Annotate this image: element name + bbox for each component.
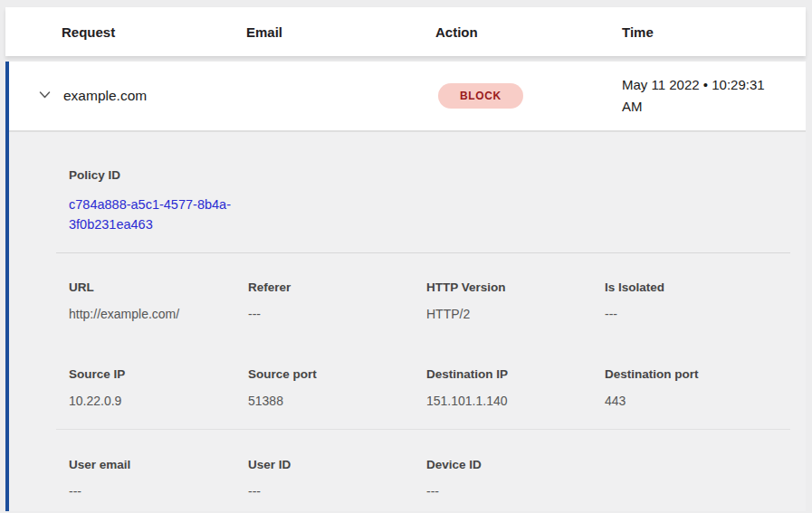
table-header-row: Request Email Action Time (5, 7, 806, 56)
detail-field-row: URL http://example.com/ Referer --- HTTP… (69, 279, 806, 323)
field-label: Destination IP (426, 366, 605, 384)
field-user-email: User email --- (69, 456, 248, 500)
column-header-time: Time (622, 24, 806, 40)
field-label: Referer (248, 279, 426, 297)
field-value: --- (248, 305, 426, 323)
field-source-ip: Source IP 10.22.0.9 (69, 366, 248, 410)
field-referer: Referer --- (248, 279, 426, 323)
chevron-down-icon (37, 87, 53, 106)
policy-id-label: Policy ID (69, 166, 806, 185)
request-cell: example.com (63, 88, 438, 104)
field-value: --- (69, 482, 248, 500)
action-cell: BLOCK (438, 83, 622, 109)
detail-field-row: Source IP 10.22.0.9 Source port 51388 De… (69, 366, 806, 410)
field-label: User email (69, 456, 248, 474)
policy-id-section: Policy ID c784a888-a5c1-4577-8b4a-3f0b23… (69, 166, 806, 234)
row-detail-panel: Policy ID c784a888-a5c1-4577-8b4a-3f0b23… (9, 132, 806, 511)
field-value: 10.22.0.9 (69, 392, 248, 410)
section-divider (56, 252, 790, 253)
field-label: Source IP (69, 366, 248, 384)
field-empty (605, 456, 806, 500)
collapse-row-button[interactable] (9, 87, 63, 106)
field-label: Device ID (426, 456, 605, 474)
section-divider (56, 429, 790, 430)
detail-field-row: User email --- User ID --- Device ID --- (69, 456, 806, 500)
column-header-action: Action (435, 24, 622, 40)
expanded-row-container: example.com BLOCK May 11 2022 • 10:29:31… (5, 62, 806, 511)
field-value: --- (605, 305, 806, 323)
policy-id-link[interactable]: c784a888-a5c1-4577-8b4a-3f0b231ea463 (69, 195, 252, 234)
column-header-email: Email (246, 24, 435, 40)
field-destination-ip: Destination IP 151.101.1.140 (426, 366, 605, 410)
field-value: --- (248, 482, 426, 500)
field-value: 151.101.1.140 (426, 392, 605, 410)
field-url: URL http://example.com/ (69, 279, 248, 323)
field-device-id: Device ID --- (426, 456, 605, 500)
field-value: 51388 (248, 392, 426, 410)
field-value: http://example.com/ (69, 305, 248, 323)
field-label: Destination port (605, 366, 806, 384)
field-is-isolated: Is Isolated --- (605, 279, 806, 323)
field-label: User ID (248, 456, 426, 474)
field-user-id: User ID --- (248, 456, 426, 500)
table-row[interactable]: example.com BLOCK May 11 2022 • 10:29:31… (9, 62, 806, 132)
field-label: Source port (248, 366, 426, 384)
field-value: 443 (605, 392, 806, 410)
field-value: HTTP/2 (426, 305, 605, 323)
column-header-request: Request (62, 24, 246, 40)
field-label: URL (69, 279, 248, 297)
field-label: HTTP Version (426, 279, 605, 297)
field-http-version: HTTP Version HTTP/2 (426, 279, 605, 323)
field-destination-port: Destination port 443 (605, 366, 806, 410)
field-source-port: Source port 51388 (248, 366, 426, 410)
field-value: --- (426, 482, 605, 500)
log-table: Request Email Action Time example.com BL… (5, 7, 806, 511)
block-action-badge: BLOCK (438, 83, 523, 109)
field-label: Is Isolated (605, 279, 806, 297)
time-cell: May 11 2022 • 10:29:31 AM (622, 74, 783, 118)
